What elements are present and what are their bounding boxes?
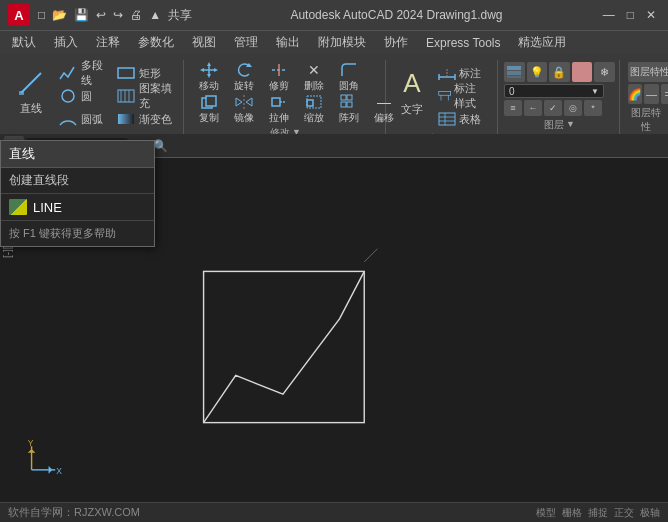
table-button[interactable]: 表格 <box>434 108 491 130</box>
menu-annotate[interactable]: 注释 <box>88 32 128 53</box>
fillet-label: 圆角 <box>339 79 359 93</box>
svg-text:X: X <box>56 466 62 476</box>
status-tools: 模型 栅格 捕捉 正交 极轴 <box>536 506 660 520</box>
svg-marker-46 <box>28 449 36 453</box>
prop-icon1[interactable]: 🌈 <box>628 84 642 104</box>
scale-icon <box>304 94 324 110</box>
app-icon[interactable]: A <box>8 4 30 26</box>
svg-rect-28 <box>347 102 352 107</box>
layer-icons-row: 💡 🔒 ❄ <box>504 62 615 82</box>
polyline-icon <box>58 64 78 82</box>
menu-default[interactable]: 默认 <box>4 32 44 53</box>
circle-button[interactable]: 圆 <box>54 85 110 107</box>
delete-button[interactable]: ✕ 删除 <box>297 62 331 92</box>
prop-match-btn[interactable]: 图层特性 <box>628 62 668 82</box>
website-text: 软件自学网：RJZXW.COM <box>8 505 140 520</box>
layer-dropdown[interactable]: 0 ▼ <box>504 84 604 98</box>
undo-icon[interactable]: ↩ <box>94 7 108 23</box>
properties-group-label-row: 图层特性 ▼ <box>628 104 668 134</box>
plot-icon[interactable]: 🖨 <box>128 7 144 23</box>
share-icon[interactable]: ▲ <box>147 7 163 23</box>
layer-freeze-current-btn[interactable]: * <box>584 100 602 116</box>
open-icon[interactable]: 📂 <box>50 7 69 23</box>
mirror-icon <box>234 94 254 110</box>
menu-express-tools[interactable]: Express Tools <box>418 34 508 52</box>
layer-properties-btn[interactable] <box>504 62 525 82</box>
svg-rect-33 <box>439 92 451 96</box>
command-icon <box>9 199 27 215</box>
snap-btn[interactable]: 捕捉 <box>588 506 608 520</box>
rotate-button[interactable]: 旋转 <box>227 62 261 92</box>
model-space-btn[interactable]: 模型 <box>536 506 556 520</box>
draw-extra-col: 矩形 图案填充 <box>112 62 177 130</box>
properties-group-label: 图层特性 <box>628 104 664 134</box>
mirror-button[interactable]: 镜像 <box>227 94 261 124</box>
layers-group-label-row: 图层 ▼ <box>504 116 615 132</box>
draw-tools: 直线 多段线 <box>10 62 177 130</box>
hatch-button[interactable]: 图案填充 <box>112 85 177 107</box>
layer-on-btn[interactable]: 💡 <box>527 62 548 82</box>
redo-icon[interactable]: ↪ <box>111 7 125 23</box>
menu-parametric[interactable]: 参数化 <box>130 32 182 53</box>
menu-manage[interactable]: 管理 <box>226 32 266 53</box>
dim-style-button[interactable]: 标注样式 <box>434 85 491 107</box>
new-icon[interactable]: □ <box>36 7 47 23</box>
svg-rect-27 <box>341 102 346 107</box>
maximize-btn[interactable]: □ <box>623 8 638 22</box>
svg-rect-4 <box>118 90 134 102</box>
cursor-hint <box>364 249 377 262</box>
layer-freeze-btn[interactable]: ❄ <box>594 62 615 82</box>
svg-marker-12 <box>214 68 218 72</box>
properties-tools: 图层特性 🌈 — = <box>628 62 668 104</box>
stretch-button[interactable]: 拉伸 <box>262 94 296 124</box>
svg-marker-20 <box>246 98 252 106</box>
menu-insert[interactable]: 插入 <box>46 32 86 53</box>
menu-addons[interactable]: 附加模块 <box>310 32 374 53</box>
svg-text:Y: Y <box>28 438 34 448</box>
ortho-btn[interactable]: 正交 <box>614 506 634 520</box>
trim-button[interactable]: 修剪 <box>262 62 296 92</box>
layer-previous-btn[interactable]: ← <box>524 100 542 116</box>
layer-make-current-btn[interactable]: ✓ <box>544 100 562 116</box>
svg-marker-19 <box>236 98 242 106</box>
copy-button[interactable]: 复制 <box>192 94 226 124</box>
polyline-button[interactable]: 多段线 <box>54 62 110 84</box>
square-shape <box>204 271 365 422</box>
tooltip-help: 按 F1 键获得更多帮助 <box>1 221 154 246</box>
fillet-button[interactable]: 圆角 <box>332 62 366 92</box>
gradient-button[interactable]: 渐变色 <box>112 108 177 130</box>
minimize-btn[interactable]: — <box>599 8 619 22</box>
svg-point-2 <box>62 90 74 102</box>
menu-bar: 默认 插入 注释 参数化 视图 管理 输出 附加模块 协作 Express To… <box>0 30 668 54</box>
modify-tools-top: 移动 旋转 修剪 ✕ 删除 <box>192 62 379 92</box>
rotate-label: 旋转 <box>234 79 254 93</box>
prop-icon2[interactable]: — <box>644 84 658 104</box>
text-button[interactable]: A 文字 <box>394 62 430 122</box>
scale-button[interactable]: 缩放 <box>297 94 331 124</box>
array-button[interactable]: 阵列 <box>332 94 366 124</box>
grid-btn[interactable]: 栅格 <box>562 506 582 520</box>
line-button[interactable]: 直线 <box>10 62 52 122</box>
move-button[interactable]: 移动 <box>192 62 226 92</box>
delete-icon: ✕ <box>304 62 324 78</box>
layer-match-btn[interactable]: ≡ <box>504 100 522 116</box>
menu-output[interactable]: 输出 <box>268 32 308 53</box>
arc-button[interactable]: 圆弧 <box>54 108 110 130</box>
layer-isolate-btn[interactable]: ◎ <box>564 100 582 116</box>
share-label[interactable]: 共享 <box>166 6 194 25</box>
prop-icon3[interactable]: = <box>661 84 668 104</box>
rectangle-label: 矩形 <box>139 66 161 81</box>
close-btn[interactable]: ✕ <box>642 8 660 22</box>
current-layer-value: 0 <box>509 86 515 97</box>
polar-btn[interactable]: 极轴 <box>640 506 660 520</box>
menu-collaborate[interactable]: 协作 <box>376 32 416 53</box>
save-icon[interactable]: 💾 <box>72 7 91 23</box>
layers-expand-arrow[interactable]: ▼ <box>566 119 575 129</box>
layer-color-btn[interactable] <box>572 62 593 82</box>
menu-featured-apps[interactable]: 精选应用 <box>510 32 574 53</box>
delete-label: 删除 <box>304 79 324 93</box>
layer-lock-btn[interactable]: 🔒 <box>549 62 570 82</box>
tab-search-icon[interactable]: 🔍 <box>153 139 168 153</box>
dimension-label: 标注 <box>459 66 481 81</box>
menu-view[interactable]: 视图 <box>184 32 224 53</box>
